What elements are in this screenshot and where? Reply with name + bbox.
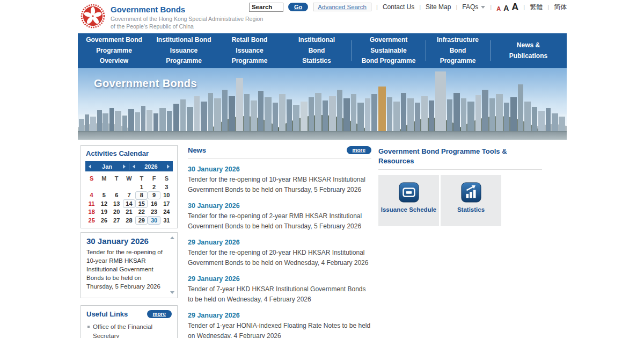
news-more-button[interactable]: more (347, 146, 371, 154)
prev-year-icon[interactable] (133, 164, 135, 169)
calendar-day-15[interactable]: 15 (135, 199, 148, 208)
nav-item-news[interactable]: News & Publications (490, 33, 567, 68)
calendar-day-14[interactable]: 14 (123, 199, 135, 208)
calendar-day-empty (98, 183, 110, 191)
useful-links-more-button[interactable]: more (147, 310, 172, 318)
calendar-day-31[interactable]: 31 (160, 216, 173, 225)
prev-month-icon[interactable] (89, 164, 91, 169)
next-month-icon[interactable] (123, 164, 126, 169)
top-header: Government Bonds Government of the Hong … (0, 0, 644, 33)
font-size-medium-button[interactable]: A (503, 4, 509, 12)
calendar-day-12[interactable]: 12 (98, 199, 110, 208)
calendar-day-30[interactable]: 30 (148, 216, 160, 225)
nav-item-institutional-bond[interactable]: Institutional Bond Issuance Programme (150, 33, 217, 68)
calendar-day-28[interactable]: 28 (123, 216, 135, 225)
calendar-day-3[interactable]: 3 (160, 183, 173, 191)
tile-label: Issuance Schedule (381, 206, 437, 213)
news-item[interactable]: 29 January 2026Tender of 1-year HONIA-in… (188, 312, 371, 338)
site-subtitle-line1: Government of the Hong Kong Special Admi… (111, 16, 263, 23)
separator: | (456, 4, 457, 10)
activities-calendar: Activities Calendar Jan 2026 SMTWTFS 123… (80, 145, 178, 228)
news-item[interactable]: 29 January 2026Tender for the re-opening… (188, 239, 371, 268)
separator: | (419, 4, 421, 10)
nav-item-retail-bond[interactable]: Retail Bond Issuance Programme (217, 33, 282, 68)
calendar-day-23[interactable]: 23 (148, 208, 160, 217)
calendar-day-13[interactable]: 13 (111, 199, 123, 208)
calendar-day-10[interactable]: 10 (160, 191, 173, 200)
calendar-day-empty (85, 183, 98, 191)
language-traditional-button[interactable]: 繁體 (530, 3, 543, 12)
separator: | (547, 4, 549, 10)
weekday-label: M (98, 174, 110, 183)
event-text: Tender for the re-opening of 10-year RMB… (86, 248, 169, 291)
nav-item-government-bond[interactable]: Government Bond Programme Overview (78, 33, 150, 68)
calendar-day-29[interactable]: 29 (135, 216, 148, 225)
calendar-day-5[interactable]: 5 (98, 191, 110, 200)
news-item-date: 29 January 2026 (188, 275, 371, 283)
calendar-day-27[interactable]: 27 (111, 216, 123, 225)
search-input[interactable] (249, 3, 283, 12)
calendar-day-8[interactable]: 8 (135, 191, 148, 200)
search-go-button[interactable]: Go (288, 3, 308, 11)
event-panel: 30 January 2026 Tender for the re-openin… (80, 232, 178, 298)
calendar-day-22[interactable]: 22 (135, 208, 148, 217)
font-size-large-button[interactable]: A (511, 2, 518, 12)
useful-link-office-of-the-financial-secretary[interactable]: Office of the Financial Secretary (86, 322, 172, 338)
calendar-day-9[interactable]: 9 (148, 191, 160, 200)
hero-banner: Government Bonds (78, 68, 567, 140)
page: Government Bonds Government of the Hong … (0, 0, 644, 338)
nav-item-institutional[interactable]: Institutional Bond Statistics (282, 33, 352, 68)
calendar-day-11[interactable]: 11 (85, 199, 98, 208)
separator: | (490, 4, 492, 10)
calendar-title: Activities Calendar (86, 149, 173, 157)
news-item[interactable]: 30 January 2026Tender for the re-opening… (188, 166, 371, 195)
tools-tiles: Issuance ScheduleStatistics (378, 175, 542, 226)
news-item-date: 30 January 2026 (188, 166, 371, 173)
calendar-month: Jan (102, 163, 112, 170)
calendar-day-17[interactable]: 17 (160, 199, 173, 208)
calendar-day-18[interactable]: 18 (85, 208, 98, 217)
calendar-day-25[interactable]: 25 (85, 216, 98, 225)
next-year-icon[interactable] (167, 164, 170, 169)
useful-links-title: Useful Links (86, 310, 128, 318)
calendar-grid: 1234567891011121314151617181920212223242… (85, 183, 173, 225)
scroll-down-icon[interactable] (170, 291, 174, 294)
news-item-date: 29 January 2026 (188, 239, 371, 246)
calendar-day-16[interactable]: 16 (148, 199, 160, 208)
weekday-label: W (123, 174, 135, 183)
calendar-day-2[interactable]: 2 (148, 183, 160, 191)
calendar-day-20[interactable]: 20 (111, 208, 123, 217)
font-size-small-button[interactable]: A (496, 6, 501, 12)
statistics-icon (461, 182, 481, 203)
calendar-day-19[interactable]: 19 (98, 208, 110, 217)
tile-statistics[interactable]: Statistics (441, 175, 501, 226)
utility-bar: Go Advanced Search | Contact Us|Site Map… (249, 2, 567, 12)
header-link-site-map[interactable]: Site Map (426, 3, 451, 11)
month-nav: Jan (85, 163, 129, 170)
news-list: 30 January 2026Tender for the re-opening… (188, 166, 371, 338)
calendar-day-1[interactable]: 1 (135, 183, 148, 191)
nav-item-infrastructure[interactable]: Infrastructure Bond Programme (426, 33, 490, 68)
header-link-contact-us[interactable]: Contact Us (383, 3, 414, 11)
calendar-day-6[interactable]: 6 (111, 191, 123, 200)
scroll-up-icon[interactable] (170, 236, 174, 239)
tile-issuance-schedule[interactable]: Issuance Schedule (378, 175, 439, 226)
calendar-day-24[interactable]: 24 (160, 208, 173, 217)
calendar-day-21[interactable]: 21 (123, 208, 135, 217)
header-link-faqs[interactable]: FAQs (462, 3, 478, 11)
language-simplified-button[interactable]: 简体 (554, 3, 567, 12)
dropdown-caret-icon[interactable] (481, 6, 485, 9)
issuance-schedule-icon (399, 182, 419, 203)
calendar-day-empty (123, 183, 135, 191)
site-logo[interactable]: Government Bonds Government of the Hong … (80, 4, 263, 30)
calendar-day-7[interactable]: 7 (123, 191, 135, 200)
news-item[interactable]: 30 January 2026Tender for the re-opening… (188, 202, 371, 232)
news-item[interactable]: 29 January 2026Tender of 7-year HKD HKSA… (188, 275, 371, 305)
calendar-day-4[interactable]: 4 (85, 191, 98, 200)
nav-item-government[interactable]: Government Sustainable Bond Programme (352, 33, 426, 68)
calendar-day-empty (111, 183, 123, 191)
calendar-day-26[interactable]: 26 (98, 216, 110, 225)
weekday-label: S (85, 174, 98, 183)
tile-label: Statistics (457, 206, 485, 213)
advanced-search-link[interactable]: Advanced Search (313, 3, 371, 11)
